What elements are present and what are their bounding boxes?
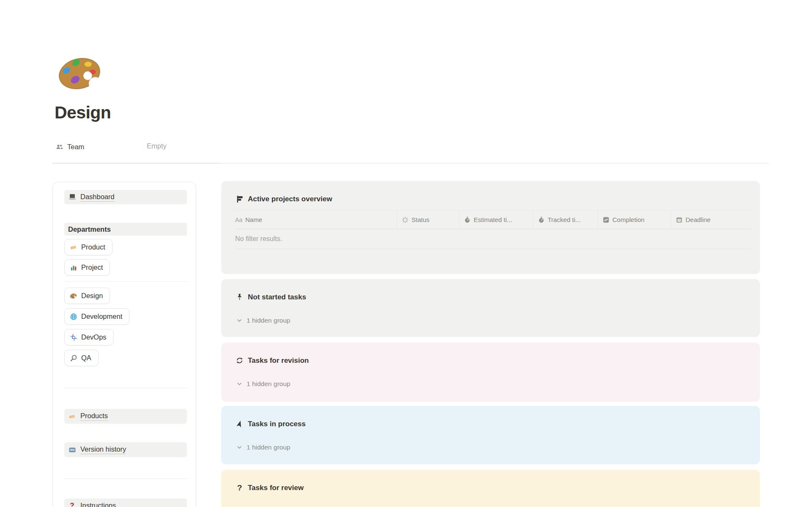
tag-icon [68, 412, 76, 420]
svg-text:NEW: NEW [70, 449, 74, 451]
sidebar-item-label: Products [80, 412, 108, 421]
section-toggle-in-process[interactable]: Tasks in process [235, 406, 306, 428]
sidebar-button-label: Design [81, 292, 103, 300]
palette-icon [53, 53, 106, 94]
sidebar-button-development[interactable]: Development [64, 308, 129, 325]
column-label: Completion [612, 216, 645, 223]
projects-table: Aa Name Status [235, 210, 752, 249]
calendar-icon [675, 216, 683, 223]
column-header-estimated-time[interactable]: Estimated ti... [459, 211, 533, 229]
hidden-group-label: 1 hidden group [247, 444, 290, 451]
sidebar-divider [64, 281, 187, 282]
table-empty-row: No filter results. [235, 229, 752, 249]
page-icon-palette[interactable] [53, 53, 106, 94]
column-label: Estimated ti... [474, 216, 512, 223]
sidebar-button-label: DevOps [81, 333, 107, 341]
flag-bars-icon [235, 195, 244, 203]
section-title: Tasks for review [248, 484, 304, 492]
repeat-icon [235, 356, 244, 365]
column-header-completion[interactable]: Completion [598, 211, 671, 229]
sidebar-item-instructions[interactable]: ? Instructions [64, 499, 187, 507]
sidebar-button-project[interactable]: Project [64, 259, 110, 276]
hidden-group-label: 1 hidden group [247, 317, 290, 324]
question-icon: ? [235, 483, 244, 492]
column-label: Deadline [686, 216, 710, 223]
section-tasks-for-revision: Tasks for revision 1 hidden group [221, 343, 760, 402]
sidebar-button-design[interactable]: Design [64, 288, 110, 304]
sidebar-button-label: Development [81, 312, 122, 321]
section-tasks-in-process: Tasks in process 1 hidden group [221, 406, 760, 464]
section-toggle-not-started[interactable]: Not started tasks [235, 279, 306, 301]
chevron-down-icon [235, 380, 243, 388]
sidebar-card: Dashboard Departments Product [52, 182, 196, 507]
pin-icon [235, 293, 244, 301]
people-icon [55, 143, 63, 151]
table-header-row: Aa Name Status [235, 211, 752, 229]
section-toggle-revision[interactable]: Tasks for revision [235, 343, 309, 365]
new-badge-icon: NEW [68, 446, 76, 454]
sidebar-button-devops[interactable]: DevOps [64, 329, 114, 345]
page-title[interactable]: Design [55, 103, 111, 123]
section-tasks-for-review: ? Tasks for review [221, 470, 760, 507]
sidebar-button-label: QA [81, 354, 91, 362]
header-divider-segment [52, 163, 220, 164]
sidebar-item-label: Instructions [80, 502, 116, 507]
laptop-icon [68, 193, 76, 201]
section-not-started-tasks: Not started tasks 1 hidden group [221, 279, 760, 337]
section-toggle-active-projects[interactable]: Active projects overview [235, 181, 332, 203]
sidebar-divider [64, 388, 187, 388]
line-chart-icon [602, 216, 609, 223]
sidebar-button-qa[interactable]: QA [64, 350, 99, 366]
bar-chart-icon [69, 263, 77, 271]
sidebar-header-departments[interactable]: Departments [64, 223, 187, 236]
sidebar-button-label: Project [81, 263, 103, 271]
chevron-down-icon [235, 316, 243, 324]
notion-page: Design Team Empty Dashboard [0, 0, 812, 507]
empty-results-text: No filter results. [235, 235, 282, 243]
sidebar-button-label: Product [81, 243, 105, 251]
property-team-value[interactable]: Empty [147, 142, 167, 150]
text-icon: Aa [235, 216, 242, 223]
sidebar-divider [64, 478, 187, 479]
column-label: Status [411, 216, 430, 223]
section-title: Not started tasks [248, 293, 306, 301]
section-title: Active projects overview [248, 195, 332, 203]
column-label: Tracked ti... [548, 216, 581, 223]
property-team-label: Team [67, 143, 84, 151]
section-active-projects: Active projects overview Aa Name [221, 181, 760, 274]
magnifier-icon [69, 354, 77, 362]
stopwatch-icon [538, 216, 545, 223]
hidden-group-toggle[interactable]: 1 hidden group [235, 443, 290, 451]
red-question-icon: ? [68, 502, 76, 507]
column-header-deadline[interactable]: Deadline [671, 211, 752, 229]
sidebar-item-products[interactable]: Products [64, 409, 187, 424]
dna-icon [69, 333, 77, 341]
column-header-name[interactable]: Aa Name [235, 211, 397, 229]
sidebar-button-product[interactable]: Product [64, 239, 112, 255]
sidebar-item-label: Dashboard [80, 193, 115, 202]
section-title: Tasks for revision [248, 356, 309, 365]
property-team[interactable]: Team [55, 140, 84, 153]
hidden-group-label: 1 hidden group [247, 380, 290, 388]
spinner-icon [401, 216, 409, 223]
navigation-icon [235, 419, 244, 428]
sidebar-item-dashboard[interactable]: Dashboard [64, 190, 187, 204]
sidebar-item-label: Version history [80, 445, 126, 454]
sidebar-item-version-history[interactable]: NEW Version history [64, 442, 187, 457]
section-toggle-for-review[interactable]: ? Tasks for review [235, 470, 304, 492]
palette-icon [69, 292, 77, 300]
hidden-group-toggle[interactable]: 1 hidden group [235, 316, 290, 324]
stopwatch-icon [464, 216, 471, 223]
tag-icon [69, 243, 77, 251]
chevron-down-icon [235, 443, 243, 451]
main-content: Active projects overview Aa Name [221, 181, 760, 507]
hidden-group-toggle[interactable]: 1 hidden group [235, 380, 290, 388]
globe-icon [69, 312, 77, 321]
section-title: Tasks in process [248, 420, 306, 428]
column-header-status[interactable]: Status [397, 211, 459, 229]
column-header-tracked-time[interactable]: Tracked ti... [533, 211, 598, 229]
sidebar-header-label: Departments [68, 225, 111, 233]
column-label: Name [245, 216, 262, 223]
